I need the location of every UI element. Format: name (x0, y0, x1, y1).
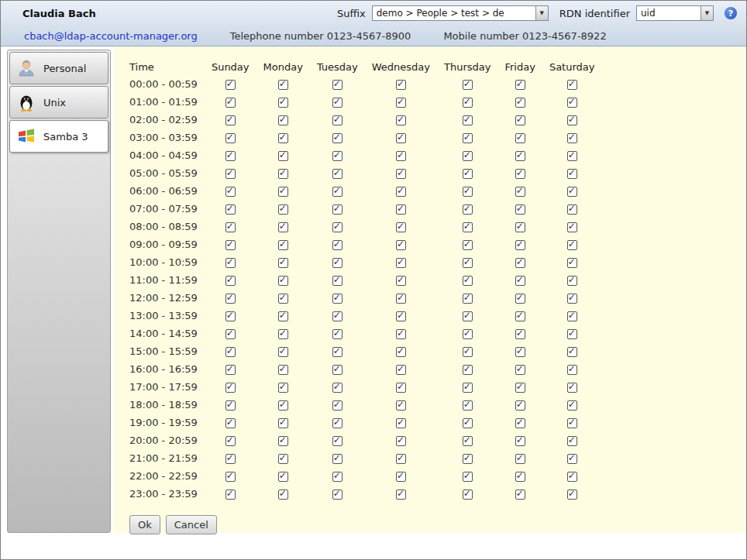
hour-checkbox[interactable] (515, 151, 525, 161)
hour-checkbox[interactable] (332, 133, 343, 143)
hour-checkbox[interactable] (396, 151, 406, 161)
hour-checkbox[interactable] (515, 329, 525, 339)
hour-checkbox[interactable] (278, 258, 288, 268)
hour-checkbox[interactable] (396, 436, 406, 446)
hour-checkbox[interactable] (332, 454, 343, 464)
hour-checkbox[interactable] (278, 418, 288, 428)
hour-checkbox[interactable] (332, 436, 343, 446)
hour-checkbox[interactable] (278, 80, 288, 90)
hour-checkbox[interactable] (567, 347, 577, 357)
hour-checkbox[interactable] (396, 490, 406, 500)
hour-checkbox[interactable] (567, 222, 577, 232)
hour-checkbox[interactable] (278, 240, 288, 250)
hour-checkbox[interactable] (396, 276, 406, 286)
hour-checkbox[interactable] (396, 80, 406, 90)
hour-checkbox[interactable] (332, 329, 343, 339)
hour-checkbox[interactable] (567, 204, 577, 215)
hour-checkbox[interactable] (463, 454, 473, 464)
hour-checkbox[interactable] (225, 80, 236, 90)
hour-checkbox[interactable] (463, 472, 473, 482)
hour-checkbox[interactable] (515, 347, 525, 357)
hour-checkbox[interactable] (332, 490, 343, 500)
hour-checkbox[interactable] (396, 115, 406, 125)
hour-checkbox[interactable] (463, 365, 473, 375)
hour-checkbox[interactable] (332, 115, 343, 125)
hour-checkbox[interactable] (396, 365, 406, 375)
hour-checkbox[interactable] (396, 258, 406, 268)
ok-button[interactable]: Ok (129, 515, 160, 534)
hour-checkbox[interactable] (463, 204, 473, 215)
hour-checkbox[interactable] (567, 400, 577, 411)
hour-checkbox[interactable] (225, 436, 236, 446)
hour-checkbox[interactable] (278, 98, 288, 108)
hour-checkbox[interactable] (225, 115, 236, 125)
hour-checkbox[interactable] (515, 258, 525, 268)
hour-checkbox[interactable] (278, 311, 288, 321)
hour-checkbox[interactable] (396, 240, 406, 250)
hour-checkbox[interactable] (515, 311, 525, 321)
hour-checkbox[interactable] (463, 418, 473, 428)
hour-checkbox[interactable] (278, 276, 288, 286)
hour-checkbox[interactable] (396, 98, 406, 108)
hour-checkbox[interactable] (278, 133, 288, 143)
hour-checkbox[interactable] (463, 329, 473, 339)
hour-checkbox[interactable] (332, 294, 343, 304)
hour-checkbox[interactable] (278, 187, 288, 197)
hour-checkbox[interactable] (278, 347, 288, 357)
hour-checkbox[interactable] (567, 276, 577, 286)
hour-checkbox[interactable] (463, 276, 473, 286)
hour-checkbox[interactable] (567, 383, 577, 393)
hour-checkbox[interactable] (278, 329, 288, 339)
hour-checkbox[interactable] (463, 80, 473, 90)
hour-checkbox[interactable] (567, 472, 577, 482)
hour-checkbox[interactable] (278, 365, 288, 375)
hour-checkbox[interactable] (515, 169, 525, 179)
hour-checkbox[interactable] (567, 294, 577, 304)
hour-checkbox[interactable] (278, 204, 288, 215)
hour-checkbox[interactable] (396, 169, 406, 179)
hour-checkbox[interactable] (225, 472, 236, 482)
hour-checkbox[interactable] (567, 311, 577, 321)
hour-checkbox[interactable] (225, 240, 236, 250)
hour-checkbox[interactable] (396, 400, 406, 411)
hour-checkbox[interactable] (463, 311, 473, 321)
hour-checkbox[interactable] (567, 454, 577, 464)
hour-checkbox[interactable] (332, 311, 343, 321)
hour-checkbox[interactable] (567, 329, 577, 339)
hour-checkbox[interactable] (225, 294, 236, 304)
hour-checkbox[interactable] (567, 365, 577, 375)
hour-checkbox[interactable] (225, 383, 236, 393)
hour-checkbox[interactable] (515, 400, 525, 411)
hour-checkbox[interactable] (225, 187, 236, 197)
hour-checkbox[interactable] (225, 311, 236, 321)
hour-checkbox[interactable] (396, 418, 406, 428)
hour-checkbox[interactable] (463, 490, 473, 500)
hour-checkbox[interactable] (396, 472, 406, 482)
hour-checkbox[interactable] (396, 294, 406, 304)
hour-checkbox[interactable] (515, 98, 525, 108)
hour-checkbox[interactable] (567, 98, 577, 108)
hour-checkbox[interactable] (332, 276, 343, 286)
hour-checkbox[interactable] (225, 169, 236, 179)
hour-checkbox[interactable] (463, 187, 473, 197)
hour-checkbox[interactable] (332, 365, 343, 375)
hour-checkbox[interactable] (332, 240, 343, 250)
hour-checkbox[interactable] (567, 133, 577, 143)
hour-checkbox[interactable] (225, 276, 236, 286)
hour-checkbox[interactable] (225, 133, 236, 143)
help-icon[interactable]: ? (725, 7, 737, 19)
hour-checkbox[interactable] (396, 133, 406, 143)
sidebar-item-personal[interactable]: Personal (9, 52, 108, 84)
hour-checkbox[interactable] (515, 418, 525, 428)
hour-checkbox[interactable] (515, 133, 525, 143)
hour-checkbox[interactable] (515, 454, 525, 464)
hour-checkbox[interactable] (332, 472, 343, 482)
hour-checkbox[interactable] (567, 418, 577, 428)
hour-checkbox[interactable] (396, 222, 406, 232)
hour-checkbox[interactable] (332, 151, 343, 161)
hour-checkbox[interactable] (278, 115, 288, 125)
hour-checkbox[interactable] (278, 151, 288, 161)
hour-checkbox[interactable] (278, 490, 288, 500)
hour-checkbox[interactable] (567, 151, 577, 161)
hour-checkbox[interactable] (396, 383, 406, 393)
